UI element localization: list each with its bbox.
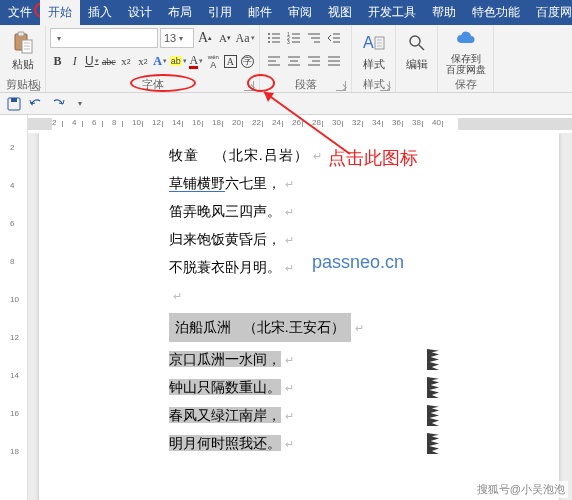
font-size-combo[interactable]: 13▾	[160, 28, 194, 48]
horizontal-ruler-row: 246810121416182022242628303234363840	[0, 115, 572, 133]
clipboard-launcher[interactable]	[30, 81, 40, 91]
blank-line: ↵	[169, 285, 429, 306]
editing-button-label: 编辑	[406, 57, 428, 72]
align-center-button[interactable]	[284, 51, 302, 71]
svg-point-6	[268, 33, 270, 35]
document-area: 24681012141618 牧童 （北宋.吕岩）↵ 草铺横野六七里，↵ 笛弄晚…	[0, 133, 572, 500]
numbering-button[interactable]: 123	[284, 28, 302, 48]
poem1-l3: 归来饱饭黄昏后，↵	[169, 229, 429, 250]
font-launcher[interactable]	[244, 81, 254, 91]
underline-button[interactable]: U▾	[84, 51, 99, 71]
char-border-button[interactable]: A	[223, 51, 238, 71]
qat-undo-icon[interactable]	[28, 96, 44, 112]
qat-customize-icon[interactable]: ▾	[72, 96, 88, 112]
tab-baidu[interactable]: 百度网盘	[528, 0, 572, 25]
ribbon: 粘贴 剪贴板 ▾ 13▾ A▴ A▾ Aa▾ B I U▾ abc x2 x2 …	[0, 25, 572, 93]
superscript-button[interactable]: x2	[135, 51, 150, 71]
tab-insert[interactable]: 插入	[80, 0, 120, 25]
horizontal-ruler[interactable]: 246810121416182022242628303234363840	[28, 115, 572, 133]
group-clipboard: 粘贴 剪贴板	[0, 25, 46, 92]
font-group-label: 字体	[142, 77, 164, 92]
phonetic-guide-button[interactable]: wénA	[206, 51, 221, 71]
save-baidu-l1: 保存到	[451, 53, 481, 64]
editing-button[interactable]: 编辑	[398, 27, 436, 75]
align-left-button[interactable]	[264, 51, 282, 71]
cloud-save-icon	[454, 27, 478, 51]
font-name-combo[interactable]: ▾	[50, 28, 158, 48]
tab-home[interactable]: 开始	[40, 0, 80, 25]
styles-icon: A	[362, 31, 386, 55]
menu-tabs: 文件 开始 插入 设计 布局 引用 邮件 审阅 视图 开发工具 帮助 特色功能 …	[0, 0, 572, 25]
poem1-title: 牧童 （北宋.吕岩）↵	[169, 145, 429, 166]
group-paragraph: 123 段落	[260, 25, 352, 92]
styles-button-label: 样式	[363, 57, 385, 72]
tab-file[interactable]: 文件	[0, 0, 40, 25]
poem2-l3: 春风又绿江南岸，↵	[169, 405, 429, 426]
paragraph-group-label: 段落	[295, 77, 317, 92]
credit-label: 搜狐号@小吴泡泡	[474, 481, 568, 498]
tab-special[interactable]: 特色功能	[464, 0, 528, 25]
tab-design[interactable]: 设计	[120, 0, 160, 25]
page: 牧童 （北宋.吕岩）↵ 草铺横野六七里，↵ 笛弄晚风三四声。↵ 归来饱饭黄昏后，…	[39, 133, 559, 500]
tab-help[interactable]: 帮助	[424, 0, 464, 25]
highlight-button[interactable]: ab▾	[170, 51, 187, 71]
tab-view[interactable]: 视图	[320, 0, 360, 25]
decrease-indent-button[interactable]	[324, 28, 342, 48]
tab-references[interactable]: 引用	[200, 0, 240, 25]
font-color-button[interactable]: A▾	[189, 51, 204, 71]
align-right-button[interactable]	[304, 51, 322, 71]
justify-button[interactable]	[324, 51, 342, 71]
shrink-font-button[interactable]: A▾	[216, 28, 234, 48]
enclosed-char-button[interactable]: 字	[240, 51, 255, 71]
paste-icon	[11, 31, 35, 55]
font-size-value: 13	[164, 32, 176, 44]
group-editing: 编辑	[396, 25, 438, 92]
qat-save-icon[interactable]	[6, 96, 22, 112]
save-group-label: 保存	[455, 77, 477, 92]
bold-button[interactable]: B	[50, 51, 65, 71]
svg-line-42	[419, 45, 424, 50]
change-case-button[interactable]: Aa▾	[236, 28, 254, 48]
tab-mail[interactable]: 邮件	[240, 0, 280, 25]
group-save: 保存到百度网盘 保存	[438, 25, 494, 92]
paste-label: 粘贴	[12, 57, 34, 72]
italic-button[interactable]: I	[67, 51, 82, 71]
paste-button[interactable]: 粘贴	[4, 27, 42, 75]
find-icon	[405, 31, 429, 55]
quick-access-toolbar: ▾	[0, 93, 572, 115]
save-baidu-l2: 百度网盘	[446, 64, 486, 75]
poem2-l1: 京口瓜洲一水间，↵	[169, 349, 429, 370]
svg-text:3: 3	[287, 39, 290, 44]
document-scroll-area[interactable]: 牧童 （北宋.吕岩）↵ 草铺横野六七里，↵ 笛弄晚风三四声。↵ 归来饱饭黄昏后，…	[28, 133, 572, 500]
subscript-button[interactable]: x2	[118, 51, 133, 71]
tab-layout[interactable]: 布局	[160, 0, 200, 25]
tab-review[interactable]: 审阅	[280, 0, 320, 25]
styles-launcher[interactable]	[380, 81, 390, 91]
bullets-button[interactable]	[264, 28, 282, 48]
poem1-l1: 草铺横野六七里，↵	[169, 173, 429, 194]
poem2-title: 泊船瓜洲 （北宋.王安石）↵	[169, 313, 429, 342]
svg-point-10	[268, 41, 270, 43]
text-effects-button[interactable]: A▾	[153, 51, 168, 71]
document-content[interactable]: 牧童 （北宋.吕岩）↵ 草铺横野六七里，↵ 笛弄晚风三四声。↵ 归来饱饭黄昏后，…	[169, 145, 429, 461]
svg-point-41	[410, 36, 420, 46]
group-font: ▾ 13▾ A▴ A▾ Aa▾ B I U▾ abc x2 x2 A▾ ab▾ …	[46, 25, 260, 92]
vertical-ruler[interactable]: 24681012141618	[0, 133, 28, 500]
svg-rect-44	[11, 98, 17, 102]
tab-dev[interactable]: 开发工具	[360, 0, 424, 25]
poem2-l2: 钟山只隔数重山。↵	[169, 377, 429, 398]
styles-button[interactable]: A 样式	[355, 27, 393, 75]
svg-point-8	[268, 37, 270, 39]
qat-redo-icon[interactable]	[50, 96, 66, 112]
poem1-l2: 笛弄晚风三四声。↵	[169, 201, 429, 222]
svg-text:A: A	[363, 34, 374, 51]
poem2-l4: 明月何时照我还。↵	[169, 433, 429, 454]
multilevel-button[interactable]	[304, 28, 322, 48]
svg-rect-1	[18, 32, 24, 36]
paragraph-launcher[interactable]	[336, 81, 346, 91]
group-styles: A 样式 样式	[352, 25, 396, 92]
poem1-l4: 不脱蓑衣卧月明。↵	[169, 257, 429, 278]
save-baidu-button[interactable]: 保存到百度网盘	[440, 27, 492, 75]
strike-button[interactable]: abc	[101, 51, 116, 71]
grow-font-button[interactable]: A▴	[196, 28, 214, 48]
